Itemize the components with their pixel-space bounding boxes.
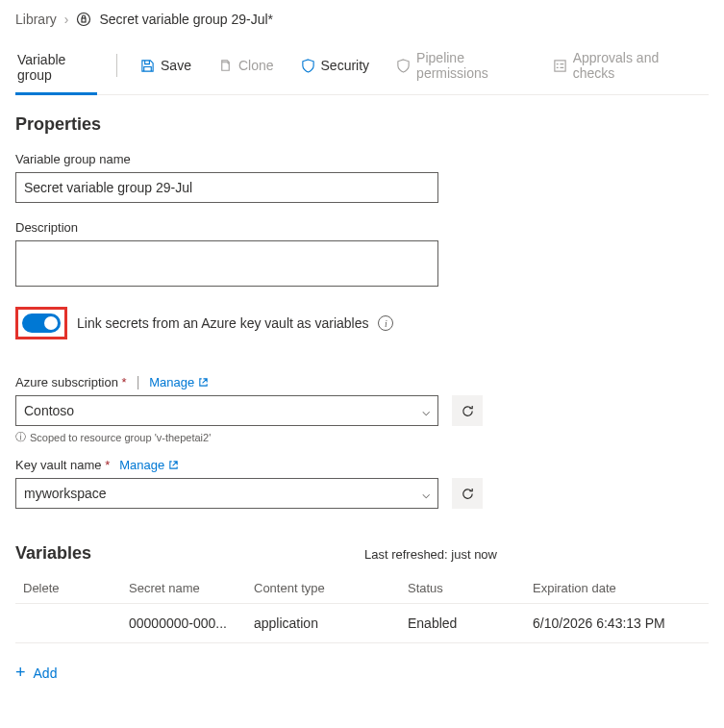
cell-status: Enabled [400, 604, 525, 643]
svg-rect-2 [555, 60, 565, 70]
keyvault-label: Key vault name [15, 458, 110, 472]
refresh-subscription-button[interactable] [452, 395, 483, 426]
keyvault-select[interactable]: myworkspace ⌵ [15, 478, 438, 509]
manage-label: Manage [149, 375, 194, 389]
name-label: Variable group name [15, 152, 709, 166]
svg-rect-1 [82, 18, 86, 22]
save-label: Save [161, 58, 191, 73]
tabs-toolbar: Variable group Save Clone Security Pipel… [15, 44, 709, 95]
checklist-icon [553, 59, 567, 73]
name-input[interactable] [15, 172, 438, 203]
scope-note-text: Scoped to resource group 'v-thepetai2' [30, 432, 211, 443]
pipeline-permissions-button[interactable]: Pipeline permissions [388, 44, 534, 94]
col-content-type: Content type [246, 573, 400, 604]
tab-divider [116, 54, 117, 77]
shield-icon [301, 59, 315, 73]
variables-table: Delete Secret name Content type Status E… [15, 573, 709, 643]
tab-variable-group[interactable]: Variable group [15, 44, 97, 95]
link-secrets-toggle[interactable] [22, 314, 61, 333]
shield-outline-icon [396, 59, 411, 73]
chevron-down-icon: ⌵ [422, 403, 430, 418]
link-secrets-row: Link secrets from an Azure key vault as … [15, 307, 709, 339]
pipeline-permissions-label: Pipeline permissions [416, 50, 526, 81]
pipe-divider: | [137, 374, 140, 389]
clone-icon [218, 59, 233, 73]
scope-note: ⓘ Scoped to resource group 'v-thepetai2' [15, 430, 709, 444]
subscription-select[interactable]: Contoso ⌵ [15, 395, 438, 426]
description-label: Description [15, 220, 709, 235]
info-small-icon: ⓘ [15, 430, 26, 444]
refresh-keyvault-button[interactable] [452, 478, 483, 509]
breadcrumb-library[interactable]: Library [15, 12, 57, 27]
description-input[interactable] [15, 240, 438, 287]
lock-icon [76, 12, 91, 27]
subscription-value: Contoso [24, 403, 74, 418]
manage-keyvault-link[interactable]: Manage [119, 458, 179, 472]
external-link-icon [168, 460, 179, 470]
chevron-right-icon: › [64, 12, 69, 27]
properties-heading: Properties [15, 114, 709, 135]
add-button[interactable]: + Add [15, 663, 57, 683]
save-icon [140, 59, 155, 73]
security-label: Security [321, 58, 370, 73]
chevron-down-icon: ⌵ [422, 486, 430, 501]
subscription-label-row: Azure subscription | Manage [15, 374, 709, 389]
table-row[interactable]: 00000000-000... application Enabled 6/10… [15, 604, 709, 643]
refresh-icon [461, 404, 475, 418]
save-button[interactable]: Save [133, 52, 199, 87]
approvals-button[interactable]: Approvals and checks [545, 44, 697, 94]
link-secrets-label: Link secrets from an Azure key vault as … [77, 315, 368, 331]
clone-label: Clone [238, 58, 274, 73]
keyvault-label-row: Key vault name Manage [15, 458, 709, 472]
cell-secret-name: 00000000-000... [121, 604, 246, 643]
info-icon[interactable]: i [378, 315, 393, 331]
clone-button[interactable]: Clone [211, 52, 282, 87]
col-expiration: Expiration date [525, 573, 709, 604]
keyvault-value: myworkspace [24, 486, 107, 501]
col-status: Status [400, 573, 525, 604]
external-link-icon [198, 377, 209, 388]
toggle-highlight [15, 307, 67, 339]
plus-icon: + [15, 663, 26, 683]
col-secret-name: Secret name [121, 573, 246, 604]
approvals-label: Approvals and checks [573, 50, 689, 81]
variables-heading: Variables [15, 543, 91, 564]
page-title: Secret variable group 29-Jul* [99, 12, 273, 27]
manage-label-2: Manage [119, 458, 164, 472]
security-button[interactable]: Security [293, 52, 378, 87]
description-field: Description [15, 220, 709, 289]
subscription-label: Azure subscription [15, 375, 127, 389]
keyvault-select-row: myworkspace ⌵ [15, 478, 709, 509]
subscription-select-row: Contoso ⌵ [15, 395, 709, 426]
cell-delete [15, 604, 121, 643]
table-header-row: Delete Secret name Content type Status E… [15, 573, 709, 604]
last-refreshed: Last refreshed: just now [364, 547, 497, 562]
variables-header: Variables Last refreshed: just now [15, 543, 709, 564]
refresh-icon [461, 487, 475, 501]
variable-group-name-field: Variable group name [15, 152, 709, 203]
cell-expiration: 6/10/2026 6:43:13 PM [525, 604, 709, 643]
add-label: Add [34, 665, 58, 681]
manage-subscription-link[interactable]: Manage [149, 375, 209, 389]
col-delete: Delete [15, 573, 121, 604]
cell-content-type: application [246, 604, 400, 643]
breadcrumb: Library › Secret variable group 29-Jul* [15, 12, 709, 27]
